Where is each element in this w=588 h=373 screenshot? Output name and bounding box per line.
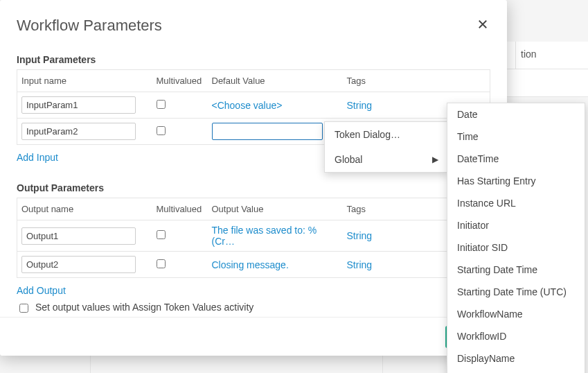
submenu-item-label: Instance URL: [457, 198, 516, 209]
col-multivalued: Multivalued: [152, 70, 208, 92]
tag-link[interactable]: String: [347, 100, 373, 111]
output-value-link[interactable]: Closing message.: [212, 259, 289, 270]
set-output-option-row: Set output values with Assign Token Valu…: [17, 302, 490, 315]
submenu-item[interactable]: WorkflowName: [447, 303, 585, 325]
token-context-menu: Token Dialog… Global ▶: [324, 121, 449, 173]
output-name-field[interactable]: [21, 227, 136, 245]
submenu-item[interactable]: DateTime: [447, 148, 585, 170]
submenu-item-label: DateTime: [457, 153, 499, 164]
multivalued-checkbox[interactable]: [157, 126, 166, 135]
submenu-item-label: DisplayName: [457, 353, 515, 364]
input-name-field[interactable]: [21, 123, 136, 140]
output-name-field[interactable]: [21, 256, 136, 273]
col-output-name: Output name: [17, 198, 152, 220]
output-parameters-table: Output name Multivalued Output Value Tag…: [17, 198, 490, 278]
submenu-item-label: Starting Date Time (UTC): [457, 286, 567, 297]
table-row: <Choose value> String: [17, 92, 490, 119]
submenu-item-label: Time: [457, 131, 479, 142]
default-value-link[interactable]: <Choose value>: [212, 100, 283, 111]
submenu-item-label: Initiator: [457, 220, 489, 231]
col-tags: Tags: [343, 70, 490, 92]
dialog-footer: OK: [0, 317, 507, 356]
col-output-value: Output Value: [208, 198, 343, 220]
add-output-link[interactable]: Add Output: [17, 285, 66, 296]
col-input-name: Input name: [17, 70, 152, 92]
menu-item-global[interactable]: Global ▶: [325, 147, 448, 172]
submenu-item[interactable]: Date: [447, 103, 585, 125]
submenu-item-label: Starting Date Time: [457, 264, 537, 275]
table-row: Closing message. String: [17, 252, 490, 278]
global-submenu: Date Time DateTime Has Starting Entry In…: [447, 103, 585, 373]
tag-link[interactable]: String: [347, 259, 373, 270]
submenu-item-label: WorkflowID: [457, 331, 506, 342]
submenu-item-label: Date: [457, 109, 478, 120]
add-input-link[interactable]: Add Input: [17, 152, 58, 163]
submenu-item[interactable]: Instance URL: [447, 192, 585, 214]
col-multivalued: Multivalued: [152, 198, 208, 220]
app-area: tion Workflow Parameters Input Parameter…: [0, 0, 588, 373]
submenu-item[interactable]: Time: [447, 125, 585, 148]
col-default-value: Default Value: [208, 70, 343, 92]
output-parameters-heading: Output Parameters: [17, 182, 490, 193]
submenu-item[interactable]: Starting Date Time: [447, 259, 585, 281]
multivalued-checkbox[interactable]: [157, 100, 166, 109]
submenu-item[interactable]: Starting Date Time (UTC): [447, 281, 585, 303]
submenu-item[interactable]: Has Starting Entry: [447, 170, 585, 192]
submenu-item[interactable]: Initiator SID: [447, 236, 585, 259]
workflow-parameters-dialog: Workflow Parameters Input Parameters Inp…: [0, 0, 507, 356]
menu-item-token-dialog[interactable]: Token Dialog…: [325, 122, 448, 147]
multivalued-checkbox[interactable]: [157, 230, 166, 239]
submenu-item[interactable]: WorkflowVersion: [447, 370, 585, 373]
submenu-item[interactable]: DisplayName: [447, 347, 585, 370]
chevron-right-icon: ▶: [432, 155, 438, 164]
output-value-link[interactable]: The file was saved to: %(Cr…: [212, 225, 317, 247]
default-value-input[interactable]: [212, 123, 323, 140]
table-row: The file was saved to: %(Cr… String: [17, 220, 490, 252]
submenu-item-label: Initiator SID: [457, 242, 508, 253]
input-name-field[interactable]: [21, 96, 136, 114]
background-header-fragment: tion: [521, 49, 537, 60]
menu-item-label: Token Dialog…: [335, 129, 400, 140]
multivalued-checkbox[interactable]: [157, 259, 166, 268]
set-output-values-label: Set output values with Assign Token Valu…: [35, 302, 253, 313]
close-icon[interactable]: [476, 18, 489, 31]
dialog-title: Workflow Parameters: [17, 17, 490, 35]
set-output-values-checkbox[interactable]: [19, 304, 28, 313]
submenu-item-label: WorkflowName: [457, 309, 523, 320]
tag-link[interactable]: String: [347, 230, 373, 241]
submenu-item[interactable]: WorkflowID: [447, 325, 585, 347]
menu-item-label: Global: [335, 154, 362, 165]
input-parameters-heading: Input Parameters: [17, 54, 490, 65]
submenu-item[interactable]: Initiator: [447, 214, 585, 236]
submenu-item-label: Has Starting Entry: [457, 175, 536, 186]
